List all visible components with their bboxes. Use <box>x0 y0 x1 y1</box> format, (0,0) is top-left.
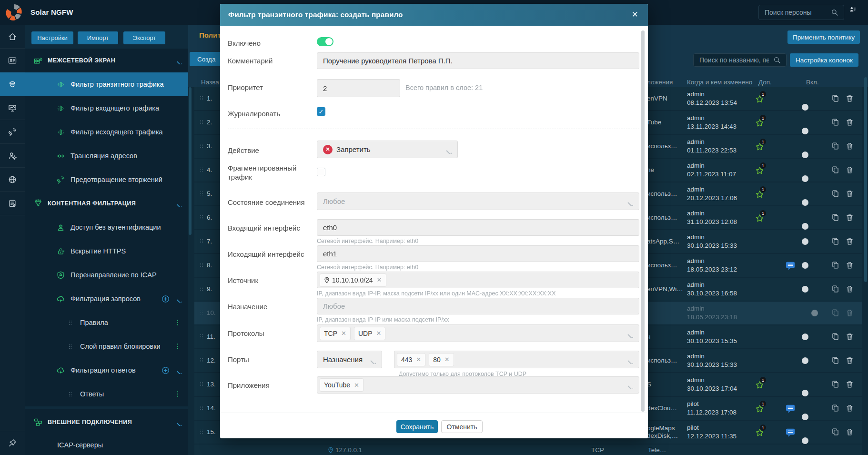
delete-icon[interactable] <box>845 142 854 151</box>
copy-icon[interactable] <box>831 142 840 151</box>
drag-handle-icon[interactable] <box>67 391 74 398</box>
sidebar-item-transit-traffic-filter[interactable]: Фильтр транзитного трафика <box>25 72 188 96</box>
copy-icon[interactable] <box>831 332 840 341</box>
column-header-name[interactable]: Назва <box>201 79 219 86</box>
content-scrollbar-left[interactable] <box>189 87 192 235</box>
drag-handle-icon[interactable] <box>198 333 205 340</box>
copy-icon[interactable] <box>831 380 840 389</box>
drag-handle-icon[interactable] <box>198 214 205 221</box>
sidebar-item-content-filtering-section[interactable]: КОНТЕНТНАЯ ФИЛЬТРАЦИЯ <box>25 192 188 215</box>
sidebar-item-request-filtering[interactable]: Фильтрация запросов <box>25 287 188 311</box>
rail-item-monitoring[interactable] <box>0 96 25 120</box>
delete-icon[interactable] <box>845 427 854 436</box>
delete-icon[interactable] <box>845 237 854 246</box>
rail-item-user-settings[interactable] <box>0 144 25 168</box>
sidebar-item-firewall-section[interactable]: МЕЖСЕТЕВОЙ ЭКРАН <box>25 49 188 72</box>
person-search-input[interactable] <box>764 8 828 17</box>
sidebar-item-https-inspection[interactable]: Вскрытие HTTPS <box>25 239 188 263</box>
delete-icon[interactable] <box>845 261 854 270</box>
rail-item-home[interactable] <box>0 25 25 49</box>
table-row-partial[interactable]: 127.0.0.1TCPTele… <box>194 445 862 455</box>
delete-icon[interactable] <box>845 404 854 413</box>
copy-icon[interactable] <box>831 213 840 222</box>
remove-chip-icon[interactable]: ✕ <box>341 330 346 337</box>
drag-handle-icon[interactable] <box>198 309 205 316</box>
chevron-down-icon[interactable] <box>174 295 182 303</box>
sidebar-item-icap-servers[interactable]: ICAP-серверы <box>25 433 188 455</box>
destination-field[interactable]: Любое <box>317 298 639 314</box>
rail-item-security-policy[interactable] <box>0 72 25 96</box>
drag-handle-icon[interactable] <box>198 95 205 101</box>
sidebar-item-response-filtering[interactable]: Фильтрация ответов <box>25 358 188 382</box>
kebab-menu-icon[interactable] <box>174 343 182 350</box>
copy-icon[interactable] <box>831 404 840 413</box>
remove-chip-icon[interactable]: ✕ <box>354 382 359 389</box>
out-interface-input[interactable]: eth1 <box>317 245 639 262</box>
drag-handle-icon[interactable] <box>198 142 205 149</box>
sidebar-item-external-connections-section[interactable]: ВНЕШНИЕ ПОДКЛЮЧЕНИЯ <box>25 410 188 434</box>
copy-icon[interactable] <box>831 308 840 317</box>
table-search[interactable] <box>693 53 787 67</box>
comment-input[interactable]: Поручение руководителя Петрова П.П. <box>317 52 639 69</box>
cancel-button[interactable]: Отменить <box>441 420 483 433</box>
kebab-menu-icon[interactable] <box>174 319 182 326</box>
sidebar-item-address-translation[interactable]: Трансляция адресов <box>25 144 188 168</box>
rail-item-antenna[interactable] <box>0 120 25 144</box>
delete-icon[interactable] <box>845 332 854 341</box>
rail-item-reports[interactable] <box>0 192 25 215</box>
drag-handle-icon[interactable] <box>67 343 74 350</box>
drag-handle-icon[interactable] <box>198 166 205 173</box>
drag-handle-icon[interactable] <box>198 285 205 292</box>
remove-chip-icon[interactable]: ✕ <box>376 330 381 337</box>
close-icon[interactable]: ✕ <box>632 10 638 20</box>
applications-field[interactable]: YouTube✕ <box>317 376 639 394</box>
sidebar-item-rules[interactable]: Правила <box>25 311 188 334</box>
rail-item-web[interactable] <box>0 168 25 192</box>
user-menu-icon[interactable] <box>849 6 858 14</box>
port-chip[interactable]: 443✕ <box>397 353 425 366</box>
remove-chip-icon[interactable]: ✕ <box>444 356 450 363</box>
drag-handle-icon[interactable] <box>67 319 74 326</box>
sidebar-item-blocking-rules-layer[interactable]: Слой правил блокировки <box>25 334 188 358</box>
copy-icon[interactable] <box>831 427 840 436</box>
copy-icon[interactable] <box>831 356 840 365</box>
copy-icon[interactable] <box>831 237 840 246</box>
column-header-modified[interactable]: Когда и кем изменено <box>687 79 752 86</box>
delete-icon[interactable] <box>845 380 854 389</box>
chevron-down-icon[interactable] <box>174 200 182 207</box>
ports-mode-select[interactable]: Назначения <box>317 351 382 368</box>
search-icon[interactable] <box>830 8 839 17</box>
delete-icon[interactable] <box>845 213 854 222</box>
drag-handle-icon[interactable] <box>198 381 205 387</box>
apply-policy-button[interactable]: Применить политику <box>787 30 860 44</box>
save-button[interactable]: Сохранить <box>396 420 438 433</box>
source-chip[interactable]: 10.10.10.0/24✕ <box>320 273 386 287</box>
columns-settings-button[interactable]: Настройка колонок <box>790 53 858 67</box>
fragmented-checkbox[interactable] <box>317 168 325 176</box>
copy-icon[interactable] <box>831 189 840 198</box>
in-interface-input[interactable]: eth0 <box>317 219 639 236</box>
column-header-extra[interactable]: Доп. <box>758 79 772 86</box>
kebab-menu-icon[interactable] <box>174 390 182 398</box>
drag-handle-icon[interactable] <box>198 404 205 411</box>
enabled-toggle[interactable] <box>317 37 333 46</box>
delete-icon[interactable] <box>845 165 854 174</box>
column-header-applications[interactable]: ложения <box>647 79 673 86</box>
add-icon[interactable] <box>161 294 170 303</box>
settings-button[interactable]: Настройки <box>31 31 73 44</box>
chevron-down-icon[interactable] <box>174 57 182 64</box>
copy-icon[interactable] <box>831 94 840 103</box>
copy-icon[interactable] <box>831 284 840 293</box>
rail-item-pin-sidebar[interactable] <box>0 431 25 455</box>
comment-icon[interactable] <box>785 428 796 437</box>
remove-chip-icon[interactable]: ✕ <box>416 356 421 363</box>
content-scrollbar-right[interactable] <box>864 77 867 282</box>
state-select[interactable]: Любое <box>317 192 639 210</box>
drag-handle-icon[interactable] <box>198 357 205 364</box>
drag-handle-icon[interactable] <box>198 238 205 244</box>
copy-icon[interactable] <box>831 165 840 174</box>
drag-handle-icon[interactable] <box>198 262 205 268</box>
protocol-chip[interactable]: UDP✕ <box>354 327 385 340</box>
chevron-down-icon[interactable] <box>174 366 182 374</box>
logging-checkbox[interactable]: ✓ <box>317 107 325 116</box>
